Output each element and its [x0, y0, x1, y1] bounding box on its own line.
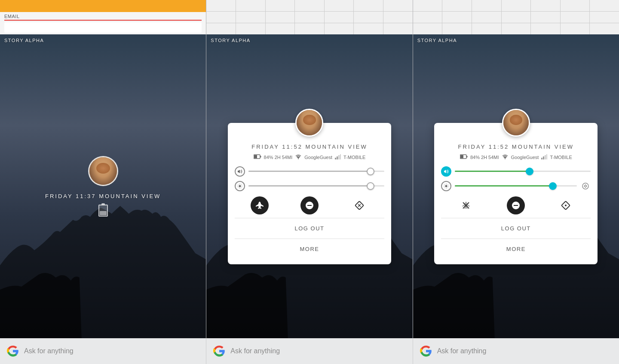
ask-text-3[interactable]: Ask for anything — [437, 347, 487, 355]
cal-cell — [354, 23, 383, 34]
cal-cell — [590, 0, 619, 11]
svg-point-4 — [298, 158, 299, 159]
wifi-name-2: GoogleGuest — [304, 155, 332, 160]
brightness-thumb-2[interactable] — [367, 182, 374, 190]
vol-svg-3 — [444, 169, 449, 174]
red-line — [4, 20, 202, 21]
qs-card-wrapper-3: FRIDAY 11:52 MOUNTAIN VIEW 84% 2H 54MI — [434, 109, 598, 264]
volume-thumb-2[interactable] — [367, 168, 374, 175]
brightness-slider-row-3[interactable] — [441, 181, 591, 191]
svg-rect-1 — [254, 155, 257, 158]
svg-rect-26 — [541, 158, 542, 159]
cal-cell — [236, 23, 265, 34]
cal-cell — [442, 0, 472, 11]
google-logo-2 — [213, 345, 225, 357]
svg-rect-29 — [546, 154, 547, 159]
avatar-face-1 — [89, 157, 117, 185]
brightness-slider-row-2[interactable] — [235, 181, 384, 191]
avatar-qs-2 — [295, 109, 323, 137]
cal-cell — [413, 23, 442, 34]
cal-cell — [472, 12, 501, 23]
volume-track-2[interactable] — [248, 171, 384, 172]
rotate-btn-2[interactable] — [350, 196, 368, 214]
more-btn-3[interactable]: MORE — [441, 241, 591, 257]
carrier-2: T-MOBILE — [343, 155, 365, 160]
ask-text-1[interactable]: Ask for anything — [24, 347, 74, 355]
cal-cell — [354, 12, 383, 23]
svg-rect-2 — [260, 156, 261, 158]
bri-svg — [237, 184, 242, 189]
panel-2-top — [206, 0, 412, 34]
svg-line-38 — [444, 187, 445, 188]
cal-cell — [236, 12, 265, 23]
qs-card-3: FRIDAY 11:52 MOUNTAIN VIEW 84% 2H 54MI — [434, 123, 598, 264]
volume-icon-3 — [441, 166, 451, 177]
cal-cell — [295, 23, 324, 34]
more-btn-2[interactable]: MORE — [235, 241, 384, 257]
battery-text-3: 84% 2H 54MI — [470, 155, 499, 160]
qs-card-2: FRIDAY 11:52 MOUNTAIN VIEW 84% 2H 54MI — [228, 123, 391, 264]
qs-card-wrapper-2: FRIDAY 11:52 MOUNTAIN VIEW 84% 2H 54MI — [228, 109, 391, 264]
bottom-panel-3[interactable]: Ask for anything — [413, 338, 619, 364]
bottom-panel-2[interactable]: Ask for anything — [206, 338, 413, 364]
brightness-track-3[interactable] — [455, 185, 577, 187]
story-alpha-label-3: STORY ALPHA — [417, 38, 457, 43]
brightness-thumb-3[interactable] — [549, 182, 557, 190]
volume-slider-row-3[interactable] — [441, 166, 591, 177]
logout-btn-2[interactable]: LOG OUT — [235, 220, 384, 237]
svg-point-30 — [445, 185, 447, 187]
svg-rect-7 — [338, 155, 340, 159]
avatar-face-qs-3 — [503, 110, 529, 135]
svg-point-45 — [565, 205, 567, 206]
airplane-btn-2[interactable] — [251, 196, 269, 214]
volume-track-3[interactable] — [455, 171, 591, 172]
white-card-content — [4, 22, 202, 33]
divider-more-2 — [235, 239, 384, 239]
lock-time-1: FRIDAY 11:37 MOUNTAIN VIEW — [45, 193, 161, 199]
brightness-track-2[interactable] — [248, 185, 384, 187]
bottom-panel-1[interactable]: Ask for anything — [0, 338, 206, 364]
divider-more-3 — [441, 239, 591, 239]
cal-cell — [325, 0, 354, 11]
dnd-btn-3[interactable] — [507, 196, 525, 214]
cal-cell — [531, 23, 560, 34]
volume-thumb-3[interactable] — [526, 168, 533, 175]
svg-line-37 — [448, 184, 448, 184]
avatar-1 — [88, 156, 118, 186]
wifi-svg-3 — [502, 154, 509, 159]
dnd-btn-2[interactable] — [300, 196, 319, 214]
carrier-3: T-MOBILE — [550, 155, 572, 160]
settings-svg — [582, 182, 589, 190]
avatar-face-qs-2 — [297, 110, 322, 135]
divider-logout-2 — [235, 218, 384, 218]
orange-bar — [0, 0, 206, 12]
cal-cell — [590, 23, 619, 34]
panel-3-top — [413, 0, 619, 34]
svg-line-14 — [238, 184, 238, 184]
wifi-name-3: GoogleGuest — [511, 155, 539, 160]
cal-cell — [383, 12, 413, 23]
airplane-off-svg — [461, 201, 471, 210]
wifi-icon-3 — [502, 154, 509, 160]
battery-icon-qs — [254, 154, 261, 160]
avatar-qs-3 — [502, 109, 530, 137]
vol-svg — [237, 169, 242, 174]
airplane-btn-3[interactable] — [457, 196, 475, 214]
battery-text-2: 84% 2H 54MI — [264, 155, 293, 160]
email-label: EMAIL — [0, 12, 206, 20]
cal-cell — [236, 0, 265, 11]
story-alpha-label-1: STORY ALPHA — [4, 38, 44, 43]
google-logo-3 — [420, 345, 432, 357]
volume-slider-row-2[interactable] — [235, 166, 384, 177]
ask-text-2[interactable]: Ask for anything — [230, 347, 280, 355]
logout-btn-3[interactable]: LOG OUT — [441, 220, 591, 237]
svg-rect-22 — [460, 155, 463, 158]
rotate-active-svg — [561, 201, 570, 210]
svg-marker-3 — [297, 157, 300, 159]
cal-cell — [531, 12, 560, 23]
bottom-bar: Ask for anything Ask for anything Ask fo… — [0, 338, 619, 364]
cal-cell — [472, 23, 501, 34]
rotate-svg — [355, 201, 364, 210]
rotate-btn-3[interactable] — [557, 196, 575, 214]
cal-cell — [383, 23, 413, 34]
